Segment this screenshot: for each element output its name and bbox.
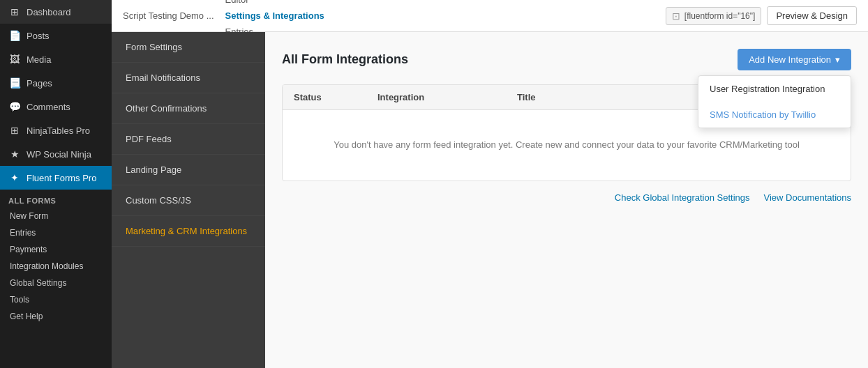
chevron-down-icon: ▾ <box>835 54 840 65</box>
add-integration-dropdown: User Registration IntegrationSMS Notific… <box>698 75 851 128</box>
content-area: Form SettingsEmail NotificationsOther Co… <box>112 32 868 368</box>
panel-header: All Form Integrations Add New Integratio… <box>282 49 851 70</box>
settings-menu-marketing-crm[interactable]: Marketing & CRM Integrations <box>112 216 265 247</box>
comments-icon: 💬 <box>8 101 21 112</box>
settings-menu-email-notifications[interactable]: Email Notifications <box>112 63 265 93</box>
shortcode-box[interactable]: ⊡ [fluentform id="16"] <box>666 7 762 25</box>
check-global-settings-link[interactable]: Check Global Integration Settings <box>615 192 750 203</box>
ninjatables-icon: ⊞ <box>8 125 21 136</box>
settings-menu-form-settings[interactable]: Form Settings <box>112 32 265 63</box>
col-integration: Integration <box>377 92 517 102</box>
view-documentations-link[interactable]: View Documentations <box>764 192 852 203</box>
sidebar-item-label-fluentforms: Fluent Forms Pro <box>27 173 96 183</box>
shortcode-text: [fluentform id="16"] <box>684 11 756 21</box>
settings-menu-landing-page[interactable]: Landing Page <box>112 155 265 185</box>
sidebar-item-label-media: Media <box>27 54 51 65</box>
topbar-nav-editor[interactable]: Editor <box>225 0 324 8</box>
settings-sidebar: Form SettingsEmail NotificationsOther Co… <box>112 32 265 368</box>
topbar: Script Testing Demo ... EditorSettings &… <box>112 0 868 32</box>
sidebar-link-global-settings[interactable]: Global Settings <box>0 275 112 291</box>
preview-design-button[interactable]: Preview & Design <box>767 6 857 25</box>
sidebar-item-media[interactable]: 🖼 Media <box>0 47 112 71</box>
dashboard-icon: ⊞ <box>8 6 21 17</box>
sidebar-item-comments[interactable]: 💬 Comments <box>0 95 112 118</box>
settings-menu-other-confirmations[interactable]: Other Confirmations <box>112 93 265 124</box>
sidebar-item-posts[interactable]: 📄 Posts <box>0 24 112 47</box>
left-sidebar: ⊞ Dashboard 📄 Posts 🖼 Media 📃 Pages 💬 Co… <box>0 0 112 368</box>
settings-menu-custom-css-js[interactable]: Custom CSS/JS <box>112 185 265 216</box>
sidebar-link-get-help[interactable]: Get Help <box>0 308 112 325</box>
sidebar-item-label-ninjatables: NinjaTables Pro <box>27 125 90 136</box>
main-panel: All Form Integrations Add New Integratio… <box>265 32 868 368</box>
form-title: Script Testing Demo ... <box>123 10 214 21</box>
add-new-integration-button[interactable]: Add New Integration ▾ <box>738 49 851 70</box>
sidebar-link-entries[interactable]: Entries <box>0 224 112 241</box>
main-area: Script Testing Demo ... EditorSettings &… <box>112 0 868 368</box>
settings-menu-pdf-feeds[interactable]: PDF Feeds <box>112 124 265 155</box>
dropdown-item-sms-twilio[interactable]: SMS Notification by Twillio <box>698 102 851 128</box>
sidebar-link-new-form[interactable]: New Form <box>0 208 112 224</box>
pages-icon: 📃 <box>8 77 21 89</box>
sidebar-link-integration-modules[interactable]: Integration Modules <box>0 258 112 275</box>
sidebar-item-ninjatables[interactable]: ⊞ NinjaTables Pro <box>0 118 112 142</box>
posts-icon: 📄 <box>8 30 21 41</box>
shortcode-icon: ⊡ <box>672 10 680 22</box>
sidebar-item-label-posts: Posts <box>27 31 50 41</box>
topbar-nav-settings[interactable]: Settings & Integrations <box>225 8 324 24</box>
sidebar-item-label-wpsocial: WP Social Ninja <box>27 149 91 160</box>
all-forms-section-label: All Forms <box>0 190 112 208</box>
sidebar-item-fluentforms[interactable]: ✦ Fluent Forms Pro <box>0 166 112 190</box>
footer-links: Check Global Integration Settings View D… <box>282 192 851 203</box>
fluentforms-icon: ✦ <box>8 172 21 183</box>
sidebar-item-label-comments: Comments <box>27 102 70 112</box>
sidebar-link-tools[interactable]: Tools <box>0 291 112 308</box>
sidebar-item-label-pages: Pages <box>27 78 52 89</box>
sidebar-item-dashboard[interactable]: ⊞ Dashboard <box>0 0 112 24</box>
panel-title: All Form Integrations <box>282 52 408 67</box>
sidebar-item-label-dashboard: Dashboard <box>27 7 71 17</box>
sidebar-item-pages[interactable]: 📃 Pages <box>0 71 112 95</box>
dropdown-item-user-reg[interactable]: User Registration Integration <box>698 76 851 102</box>
wpsocial-icon: ★ <box>8 148 21 160</box>
media-icon: 🖼 <box>8 54 21 65</box>
add-btn-label: Add New Integration <box>749 54 831 65</box>
sidebar-item-wpsocial[interactable]: ★ WP Social Ninja <box>0 142 112 166</box>
sidebar-link-payments[interactable]: Payments <box>0 241 112 258</box>
col-status: Status <box>294 92 377 102</box>
topbar-right: ⊡ [fluentform id="16"] Preview & Design <box>666 6 857 25</box>
